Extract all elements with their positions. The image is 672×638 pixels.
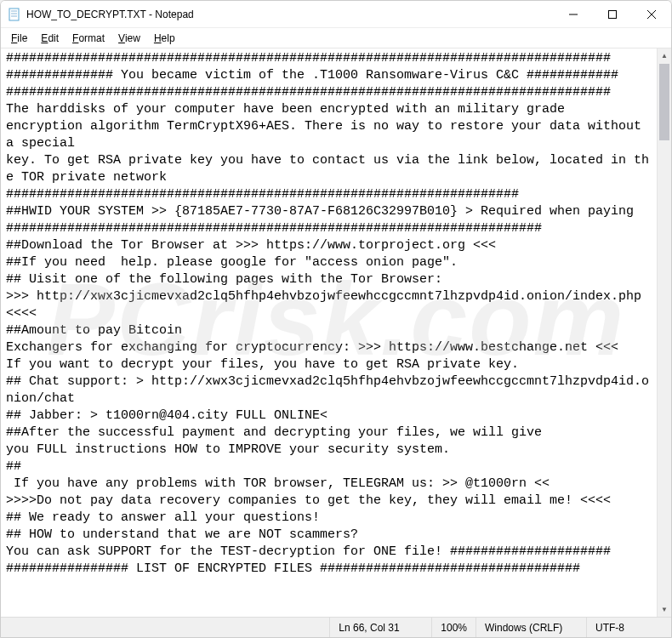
menu-help[interactable]: Help [147, 31, 182, 46]
text-line: ################ LIST OF ENCRYPTED FILES… [6, 561, 580, 576]
text-line: If you want to decrypt your files, you h… [6, 357, 519, 372]
text-line: ## HOW to understand that we are NOT sca… [6, 527, 358, 542]
text-line: ########################################… [6, 85, 611, 100]
text-line: encryption algorithm TermCryptX96+AES. T… [6, 119, 649, 151]
close-button[interactable] [632, 1, 671, 28]
text-line: ## Uisit one of the following pages with… [6, 272, 442, 287]
text-line: ## Jabber: > t1000rn@404.city FULL ONLIN… [6, 408, 327, 423]
window-title: HOW_TO_DECRYPT.TXT - Notepad [26, 9, 194, 20]
minimize-button[interactable] [554, 1, 593, 28]
text-line: If you have any problems with TOR browse… [6, 476, 550, 491]
menu-view[interactable]: View [111, 31, 147, 46]
status-cursor: Ln 66, Col 31 [329, 618, 431, 637]
text-line: ############## You became victim of the … [6, 68, 618, 83]
text-line: >>> http://xwx3cjicmevxad2clq5hfhp4ehvbz… [6, 289, 649, 321]
text-line: You can ask SUPPORT for the TEST-decrypt… [6, 544, 611, 559]
scrollbar-thumb[interactable] [659, 64, 669, 140]
menu-edit[interactable]: Edit [34, 31, 65, 46]
text-line: ## Chat support: > http://xwx3cjicmevxad… [6, 374, 649, 406]
text-line: you FULL instructions HOW to IMPROVE you… [6, 442, 450, 457]
text-line: The harddisks of your computer have been… [6, 102, 565, 117]
editor-area: ########################################… [1, 48, 671, 617]
scroll-up-arrow-icon[interactable]: ▲ [658, 48, 671, 63]
status-encoding: UTF-8 [586, 618, 671, 637]
text-line: ##Amount to pay Bitcoin [6, 323, 182, 338]
svg-rect-0 [9, 9, 19, 20]
text-line: ##If you need help. please google for "a… [6, 255, 458, 270]
text-line: >>>>Do not pay data recovery companies t… [6, 493, 611, 508]
status-zoom: 100% [431, 618, 476, 637]
text-line: ##After the successful payment and decry… [6, 425, 542, 440]
text-line: ##Download the Tor Browser at >>> https:… [6, 238, 496, 253]
status-lineending: Windows (CRLF) [476, 618, 586, 637]
text-line: ########################################… [6, 187, 519, 202]
statusbar: Ln 66, Col 31 100% Windows (CRLF) UTF-8 [1, 617, 671, 637]
text-line: ########################################… [6, 221, 542, 236]
titlebar[interactable]: HOW_TO_DECRYPT.TXT - Notepad [1, 1, 671, 28]
menu-format[interactable]: Format [65, 31, 111, 46]
text-line: ##HWID YOUR SYSTEM >> {87185AE7-7730-87A… [6, 204, 634, 219]
text-line: Exchangers for exchanging for cryptocurr… [6, 340, 618, 355]
text-line: ########################################… [6, 51, 611, 66]
menu-file[interactable]: File [4, 31, 34, 46]
menubar: File Edit Format View Help [1, 28, 671, 48]
text-line: key. To get RSA private key you have to … [6, 153, 649, 185]
status-spacer [1, 618, 329, 637]
text-editor[interactable]: ########################################… [1, 48, 657, 617]
text-line: ## We ready to answer all your questions… [6, 510, 320, 525]
maximize-button[interactable] [593, 1, 632, 28]
notepad-window: HOW_TO_DECRYPT.TXT - Notepad File Edit F… [0, 0, 672, 638]
notepad-icon [8, 8, 21, 21]
text-line: ## [6, 459, 21, 474]
vertical-scrollbar[interactable]: ▲ ▼ [657, 48, 671, 617]
scroll-down-arrow-icon[interactable]: ▼ [658, 602, 671, 617]
svg-rect-5 [609, 10, 617, 18]
